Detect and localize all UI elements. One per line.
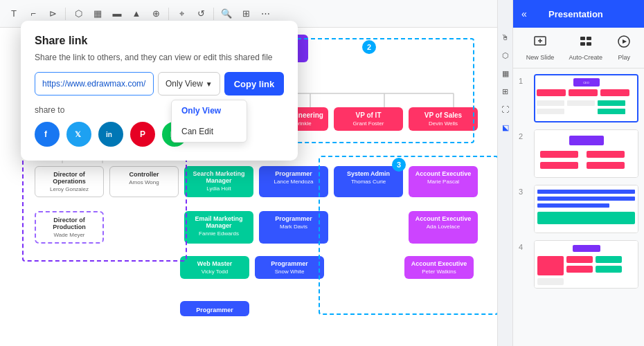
strip-image-icon[interactable]: ⊞ — [499, 85, 512, 98]
tool-triangle[interactable]: ▲ — [128, 6, 145, 22]
thumb-sub2 — [567, 100, 595, 106]
tool-table[interactable]: ▦ — [89, 6, 106, 22]
tool-text[interactable]: T — [6, 6, 22, 22]
link-input[interactable] — [35, 72, 154, 95]
link-row: Only View ▼ Copy link — [35, 72, 284, 95]
pinterest-share-icon[interactable]: P — [130, 122, 155, 147]
svg-rect-16 — [587, 37, 591, 40]
sub-director-ops[interactable]: Director of Operations Leroy Gonzalez — [35, 166, 104, 197]
thumb3-box — [537, 212, 635, 224]
tool-shape[interactable]: ⬡ — [70, 6, 87, 22]
svg-text:P: P — [140, 129, 145, 139]
linkedin-share-icon[interactable]: in — [98, 122, 123, 147]
share-dialog: Share link Share the link to others, and… — [21, 21, 298, 161]
sub-director-prod-title: Director of Production — [40, 217, 98, 230]
thumb2-vp1 — [540, 151, 578, 158]
sub-programmer4-title: Programmer — [184, 307, 245, 313]
thumb2-ceo — [569, 136, 604, 145]
sub-webmaster-title: Web Master — [184, 260, 245, 267]
slide-thumb-1[interactable]: CEO — [534, 74, 638, 122]
vp-sales[interactable]: VP of Sales Devin Wells — [409, 107, 478, 131]
slide-item-3[interactable]: 3 — [519, 185, 638, 233]
sub-spacer — [109, 211, 179, 244]
thumb4-vp2 — [566, 256, 593, 263]
slide-item-2[interactable]: 2 — [519, 129, 638, 178]
sub-director-prod-name: Wade Meyer — [40, 232, 98, 238]
tool-zoom[interactable]: 🔍 — [218, 6, 235, 22]
sub-programmer1[interactable]: Programmer Lance Mendoza — [259, 166, 328, 197]
tool-grid[interactable]: ⊞ — [238, 6, 254, 22]
strip-shape-icon[interactable]: ⬡ — [499, 49, 512, 62]
sub-sysadmin[interactable]: System Admin Thomas Curie — [334, 166, 403, 197]
svg-marker-20 — [623, 39, 627, 44]
sub-programmer1-name: Lance Mendoza — [263, 179, 324, 185]
sub-webmaster-name: Vicky Todd — [184, 268, 245, 275]
copy-link-button[interactable]: Copy link — [224, 72, 285, 95]
option-only-view[interactable]: Only View — [172, 100, 247, 121]
sub-search-mgr[interactable]: Search Marketing Manager Lydia Holt — [184, 166, 253, 197]
twitter-share-icon[interactable]: 𝕏 — [66, 122, 91, 147]
tool-cursor[interactable]: ⊳ — [44, 6, 61, 22]
auto-create-icon — [579, 35, 593, 52]
sub-director-prod[interactable]: Director of Production Wade Meyer — [35, 211, 104, 244]
slide-thumb-3[interactable] — [534, 185, 638, 233]
svg-rect-17 — [580, 42, 585, 46]
strip-present-icon[interactable]: ⬕ — [499, 121, 512, 134]
view-mode-dropdown[interactable]: Only View ▼ — [158, 72, 220, 95]
thumb-content-3 — [535, 185, 638, 233]
vp-sales-title: VP of Sales — [413, 111, 474, 119]
tool-circle[interactable]: ⊕ — [147, 6, 164, 22]
slide-thumb-4[interactable] — [534, 240, 638, 289]
slide-item-1[interactable]: 1 CEO — [519, 74, 638, 122]
sub-director-ops-name: Leroy Gonzalez — [39, 186, 99, 192]
auto-create-tool[interactable]: Auto-Create — [569, 35, 603, 61]
svg-text:in: in — [106, 131, 112, 138]
sub-acct-exec2[interactable]: Account Executive Ada Lovelace — [409, 211, 478, 244]
tool-more[interactable]: ⋯ — [257, 6, 274, 22]
tool-line[interactable]: ▬ — [109, 6, 125, 22]
strip-cursor-icon[interactable]: 🖱 — [499, 31, 512, 44]
strip-grid-icon[interactable]: ▦ — [499, 67, 512, 80]
sub-programmer3[interactable]: Programmer Snow White — [255, 256, 324, 279]
sub-programmer3-title: Programmer — [259, 260, 320, 267]
view-mode-label: Only View — [166, 79, 203, 89]
option-can-edit[interactable]: Can Edit — [172, 121, 247, 142]
sub-acct-exec1[interactable]: Account Executive Marie Pascal — [409, 166, 478, 197]
thumb-content-1: CEO — [535, 75, 637, 121]
play-tool[interactable]: Play — [617, 35, 631, 61]
slide-thumb-2[interactable] — [534, 129, 638, 178]
slide-num-2: 2 — [519, 132, 528, 140]
sub-webmaster[interactable]: Web Master Vicky Todd — [180, 256, 249, 279]
sub-spacer3 — [330, 256, 399, 279]
sep1 — [65, 8, 66, 20]
sub-acct-exec3-title: Account Executive — [409, 260, 469, 267]
sub-acct-exec3[interactable]: Account Executive Peter Watkins — [404, 256, 474, 279]
sub-controller[interactable]: Controller Amos Wong — [109, 166, 179, 197]
tool-arrow[interactable]: ⌐ — [25, 6, 42, 22]
new-slide-icon — [533, 35, 547, 52]
slide-item-4[interactable]: 4 — [519, 240, 638, 289]
thumb4-vp3 — [566, 266, 593, 273]
strip-frame-icon[interactable]: ⛶ — [499, 103, 512, 116]
sub-search-mgr-name: Lydia Holt — [188, 185, 249, 192]
svg-rect-18 — [587, 42, 591, 46]
sub-acct-exec2-title: Account Executive — [413, 215, 474, 222]
panel-title: Presentation — [548, 9, 603, 19]
panel-collapse-icon[interactable]: « — [521, 8, 527, 19]
tool-align[interactable]: ⌖ — [173, 6, 190, 22]
sub-programmer2[interactable]: Programmer Mark Davis — [259, 211, 328, 244]
new-slide-tool[interactable]: New Slide — [526, 35, 555, 61]
view-mode-menu: Only View Can Edit — [171, 100, 247, 143]
vp-it[interactable]: VP of IT Grant Foster — [334, 107, 403, 131]
sub-programmer2-name: Mark Davis — [263, 224, 324, 230]
thumb-sub4 — [537, 109, 564, 114]
icon-strip: 🖱 ⬡ ▦ ⊞ ⛶ ⬕ — [497, 0, 512, 346]
sub-programmer4[interactable]: Programmer — [180, 301, 249, 316]
sub-email-mgr[interactable]: Email Marketing Manager Fannie Edwards — [184, 211, 253, 244]
tool-rotate[interactable]: ↺ — [193, 6, 209, 22]
facebook-share-icon[interactable]: f — [35, 122, 60, 147]
play-icon — [617, 35, 631, 52]
svg-text:f: f — [44, 129, 48, 139]
thumb4-vp1 — [537, 256, 564, 275]
vp-sales-name: Devin Wells — [413, 120, 474, 127]
